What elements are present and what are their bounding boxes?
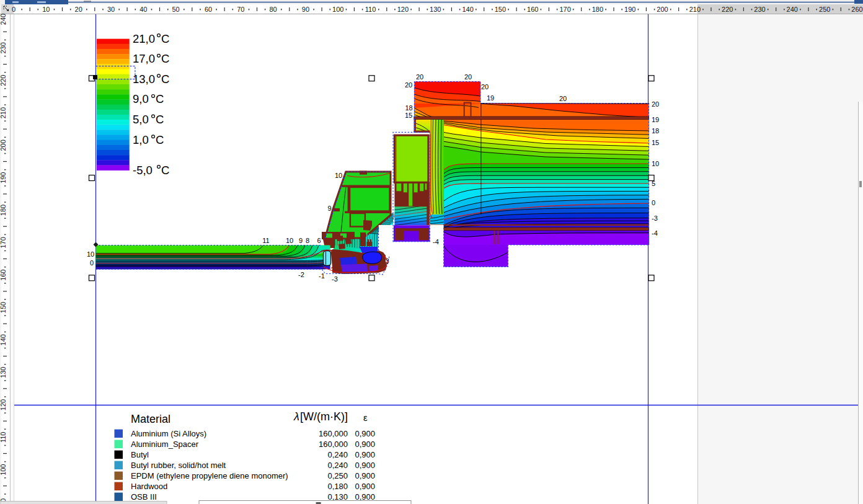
svg-text:15: 15 — [652, 139, 659, 146]
svg-text:1,0: 1,0 — [133, 133, 149, 146]
svg-text:19: 19 — [652, 116, 659, 123]
svg-text:-1: -1 — [319, 272, 325, 280]
svg-text:60: 60 — [205, 6, 212, 13]
svg-text:C: C — [161, 164, 169, 177]
svg-text:-3: -3 — [652, 214, 658, 222]
svg-text:20: 20 — [652, 100, 659, 108]
svg-text:0,900: 0,900 — [355, 440, 375, 449]
svg-text:Aluminium_Spacer: Aluminium_Spacer — [131, 440, 199, 449]
svg-text:ε: ε — [363, 412, 368, 423]
svg-text:6: 6 — [317, 237, 321, 244]
svg-text:Butyl: Butyl — [131, 450, 149, 459]
svg-text:190: 190 — [0, 172, 7, 183]
svg-text:30: 30 — [107, 6, 115, 13]
svg-text:250: 250 — [819, 6, 830, 13]
svg-text:C: C — [156, 113, 164, 126]
svg-text:130: 130 — [0, 367, 7, 378]
svg-text:20: 20 — [464, 73, 472, 81]
svg-text:100: 100 — [332, 6, 343, 13]
svg-text:100: 100 — [0, 464, 7, 475]
svg-text:130: 130 — [430, 6, 441, 13]
svg-text:10: 10 — [286, 237, 293, 244]
svg-text:9: 9 — [299, 237, 303, 244]
svg-text:0,240: 0,240 — [327, 450, 348, 459]
svg-text:19: 19 — [487, 94, 494, 102]
svg-text:180: 180 — [592, 6, 603, 13]
svg-text:110: 110 — [0, 432, 7, 443]
svg-text:90: 90 — [302, 6, 309, 13]
svg-text:150: 150 — [495, 6, 506, 13]
svg-text:0,240: 0,240 — [327, 461, 348, 470]
svg-text:-5,0: -5,0 — [133, 164, 153, 177]
svg-text:160,000: 160,000 — [319, 429, 348, 438]
svg-text:C: C — [161, 52, 169, 65]
svg-text:20: 20 — [416, 73, 423, 81]
svg-text:Hardwood: Hardwood — [131, 482, 167, 491]
svg-text:-3: -3 — [332, 275, 338, 283]
svg-text:-4: -4 — [433, 238, 439, 245]
svg-text:70: 70 — [237, 6, 244, 13]
svg-text:18: 18 — [652, 127, 659, 135]
svg-text:Aluminium (Si Alloys): Aluminium (Si Alloys) — [131, 429, 206, 438]
svg-text:17,0: 17,0 — [133, 52, 155, 65]
svg-text:20: 20 — [75, 6, 82, 13]
svg-text:Material: Material — [131, 413, 170, 425]
svg-text:10: 10 — [652, 160, 659, 167]
svg-text:Butyl rubber, solid/hot melt: Butyl rubber, solid/hot melt — [131, 461, 226, 470]
svg-text:C: C — [161, 32, 169, 45]
svg-text:OSB III: OSB III — [131, 492, 157, 502]
svg-text:20: 20 — [559, 95, 567, 102]
svg-text:0,250: 0,250 — [327, 471, 348, 480]
svg-text:0: 0 — [90, 259, 94, 267]
svg-text:160: 160 — [0, 270, 7, 281]
svg-text:0,900: 0,900 — [355, 482, 375, 491]
svg-text:260: 260 — [851, 6, 862, 13]
svg-text:0: 0 — [12, 6, 15, 13]
svg-text:C: C — [156, 133, 164, 146]
svg-text:230: 230 — [754, 6, 765, 13]
svg-text:13,0: 13,0 — [133, 73, 155, 86]
svg-text:10: 10 — [87, 250, 94, 258]
svg-text:20: 20 — [405, 81, 412, 89]
svg-text:80: 80 — [269, 6, 277, 13]
svg-text:120: 120 — [397, 6, 409, 13]
svg-text:15: 15 — [405, 112, 412, 119]
svg-text:C: C — [156, 92, 164, 105]
svg-text:40: 40 — [139, 6, 147, 13]
svg-text:9: 9 — [327, 205, 331, 212]
svg-text:170: 170 — [0, 237, 7, 248]
svg-text:EPDM (ethylene propylene diene: EPDM (ethylene propylene diene monomer) — [131, 471, 288, 480]
svg-text:0,900: 0,900 — [355, 471, 375, 480]
svg-text:0,180: 0,180 — [327, 482, 348, 491]
svg-text:210: 210 — [689, 6, 701, 13]
svg-text:160,000: 160,000 — [319, 440, 348, 449]
svg-text:18: 18 — [405, 104, 412, 112]
svg-text:110: 110 — [365, 6, 376, 13]
svg-text:220: 220 — [722, 6, 733, 13]
svg-text:230: 230 — [0, 42, 7, 53]
svg-text:λ: λ — [293, 410, 299, 423]
svg-text:50: 50 — [172, 6, 179, 13]
svg-text:140: 140 — [0, 334, 7, 345]
svg-text:3: 3 — [385, 257, 389, 265]
svg-text:150: 150 — [0, 302, 7, 313]
svg-text:5,0: 5,0 — [133, 113, 149, 126]
svg-text:190: 190 — [624, 6, 635, 13]
svg-text:210: 210 — [0, 107, 7, 118]
svg-text:11: 11 — [262, 237, 269, 244]
svg-text:C: C — [161, 73, 169, 86]
svg-text:180: 180 — [0, 205, 7, 216]
svg-text:0,900: 0,900 — [355, 492, 375, 502]
svg-text:0,900: 0,900 — [355, 450, 375, 459]
svg-text:240: 240 — [0, 14, 7, 25]
svg-text:0,900: 0,900 — [355, 461, 375, 470]
svg-text:10: 10 — [335, 172, 342, 179]
svg-text:170: 170 — [559, 6, 570, 13]
svg-text:220: 220 — [0, 75, 7, 86]
svg-text:-2: -2 — [298, 271, 304, 278]
svg-text:20: 20 — [481, 83, 489, 91]
svg-text:120: 120 — [0, 399, 7, 410]
svg-text:240: 240 — [787, 6, 798, 13]
svg-text:160: 160 — [527, 6, 538, 13]
svg-text:9,0: 9,0 — [133, 92, 149, 105]
